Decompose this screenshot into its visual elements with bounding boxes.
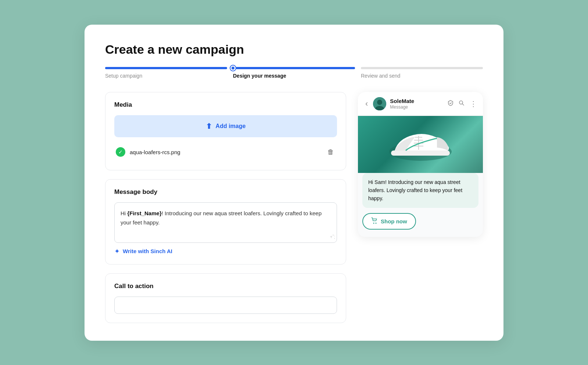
resize-handle: +˜;	[330, 233, 335, 241]
step-3-label: Review and send	[361, 73, 483, 79]
phone-back-button[interactable]: ‹	[364, 99, 369, 109]
step-2-label: Design your message	[233, 73, 355, 79]
ai-icon: ✦	[114, 247, 120, 255]
back-arrow-icon: ‹	[365, 99, 368, 108]
message-body-title: Message body	[114, 188, 337, 196]
page-title: Create a new campaign	[105, 42, 483, 57]
ai-write-label: Write with Sinch AI	[123, 248, 172, 254]
phone-contact-sub: Message	[390, 104, 444, 110]
phone-contact-info: SoleMate Message	[390, 98, 444, 110]
media-section: Media ⬆ Add image ✓ aqua-loafers-rcs.png…	[105, 92, 346, 170]
phone-avatar	[373, 97, 386, 110]
phone-contact-name: SoleMate	[390, 98, 444, 104]
search-icon	[459, 100, 465, 107]
file-item: ✓ aqua-loafers-rcs.png 🗑	[114, 143, 337, 161]
step-2: Design your message	[233, 67, 355, 79]
svg-point-13	[376, 223, 377, 224]
phone-header: ‹ SoleMate	[358, 92, 483, 116]
svg-line-4	[462, 104, 464, 105]
progress-bar: Setup campaign Design your message Revie…	[105, 67, 483, 79]
more-icon: ⋮	[470, 100, 477, 107]
cart-icon	[371, 217, 378, 225]
add-image-button[interactable]: ⬆ Add image	[114, 115, 337, 137]
trash-icon: 🗑	[327, 148, 334, 156]
shop-now-button[interactable]: Shop now	[362, 213, 416, 230]
phone-preview-container: ‹ SoleMate	[358, 92, 483, 237]
media-title: Media	[114, 101, 337, 109]
message-body-section: Message body Hi {First_Name}! Introducin…	[105, 179, 346, 265]
shield-icon	[448, 100, 453, 107]
ai-write-row[interactable]: ✦ Write with Sinch AI	[114, 247, 337, 255]
message-body-input[interactable]: Hi {First_Name}! Introducing our new aqu…	[114, 202, 337, 243]
shoe-image	[358, 116, 483, 173]
step-1-label: Setup campaign	[105, 73, 227, 79]
variable-first-name: {First_Name}	[127, 210, 161, 216]
phone-header-icons: ⋮	[448, 100, 477, 107]
file-name: aqua-loafers-rcs.png	[130, 149, 322, 155]
svg-point-1	[377, 100, 382, 105]
file-check-icon: ✓	[116, 147, 125, 157]
cta-input[interactable]	[114, 297, 337, 314]
phone-preview: ‹ SoleMate	[358, 92, 483, 237]
preview-message-bubble: Hi Sam! Introducing our new aqua street …	[362, 173, 478, 208]
upload-icon: ⬆	[206, 122, 212, 131]
cta-section: Call to action	[105, 273, 346, 323]
add-image-label: Add image	[216, 123, 246, 130]
delete-file-button[interactable]: 🗑	[326, 147, 336, 157]
step-3: Review and send	[361, 67, 483, 79]
shop-now-label: Shop now	[381, 218, 407, 224]
svg-rect-6	[391, 150, 450, 156]
cta-title: Call to action	[114, 283, 337, 290]
step-1: Setup campaign	[105, 67, 227, 79]
svg-point-12	[373, 223, 374, 224]
